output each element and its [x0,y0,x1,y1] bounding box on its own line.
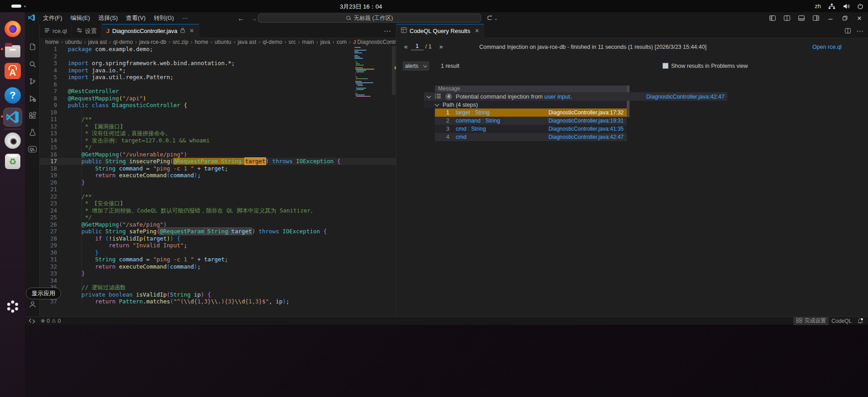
code-line[interactable]: 3import org.springframework.web.bind.ann… [40,60,396,67]
toggle-panel-icon[interactable] [796,13,806,23]
code-line[interactable]: 11 /** [40,116,396,123]
menu-item-2[interactable]: 选择(S) [94,14,122,21]
code-line[interactable]: 15 */ [40,144,396,151]
breadcrumb-item[interactable]: java ast [238,39,256,45]
user-input-link[interactable]: user input [544,93,570,100]
minimize-icon[interactable] [825,13,835,23]
dock-disc-icon[interactable] [4,132,22,150]
step-location-link[interactable]: DiagnosticController.java:42:47 [548,134,624,140]
power-icon[interactable] [857,3,863,9]
step-label[interactable]: cmd : String [456,126,486,132]
code-line[interactable]: 5import java.util.regex.Pattern; [40,74,396,81]
step-location-link[interactable]: DiagnosticController.java:41:35 [548,126,624,132]
page-number-input[interactable]: 1 [411,43,424,50]
breadcrumb-item[interactable]: main [302,39,314,45]
code-line[interactable]: 12 * 【漏洞接口】 [40,123,396,130]
tab-codeql-query-results[interactable]: CodeQL Query Results ✕ [396,24,484,38]
code-line[interactable]: 37 return Pattern.matches("^(\\d{1,3}\\.… [40,298,396,305]
code-line[interactable]: 30 } [40,249,396,256]
code-line[interactable]: 8@RequestMapping("/api") [40,95,396,102]
network-icon[interactable] [828,3,835,9]
show-apps-button[interactable] [4,298,22,316]
dock-firefox-icon[interactable] [4,20,22,38]
code-line[interactable]: 21 [40,186,396,193]
breadcrumb-item[interactable]: src.zip [172,39,188,45]
dock-help-icon[interactable]: ? [4,86,22,104]
dock-vscode-icon[interactable] [4,108,22,126]
alert-row[interactable]: 4 Potential command injection from user … [424,92,727,101]
chevron-down-icon[interactable] [435,102,439,106]
page-last-icon[interactable]: » [438,43,444,50]
breadcrumb-item[interactable]: com [337,39,347,45]
breadcrumb-item[interactable]: J DiagnosticController.java [353,39,396,45]
dock-files-icon[interactable] [4,41,22,59]
activity-source-control-icon[interactable] [25,75,40,88]
code-line[interactable]: 20 } [40,179,396,186]
code-line[interactable]: 35 // 逻辑过滤函数 [40,284,396,291]
workspace-dot-icon[interactable] [24,5,26,7]
code-line[interactable]: 27 public String safePing(@RequestParam … [40,228,396,235]
remote-indicator-icon[interactable] [26,317,38,325]
step-label[interactable]: target : String [456,109,490,116]
code-line[interactable]: 1package com.example.demo; [40,46,396,53]
step-label[interactable]: cmd [456,134,467,140]
code-line[interactable]: 18 String command = "ping -c 1 " + targe… [40,165,396,172]
tab--[interactable]: 设置 [72,24,102,38]
split-editor-icon[interactable] [782,13,792,23]
menu-item-1[interactable]: 编辑(E) [67,14,94,21]
code-line[interactable]: 22 /** [40,193,396,200]
menu-item-0[interactable]: 文件(F) [39,14,67,21]
menu-item-4[interactable]: 转到(G) [150,14,178,21]
breadcrumb-item[interactable]: java [320,39,330,45]
code-editor[interactable]: 1package com.example.demo;23import org.s… [40,46,396,305]
volume-icon[interactable] [843,3,850,9]
code-line[interactable]: 14 * 攻击示例: target=127.0.0.1 && whoami [40,137,396,144]
activity-testing-icon[interactable] [25,126,40,139]
code-line[interactable]: 29 return "Invalid Input"; [40,242,396,249]
minimap[interactable] [354,47,387,99]
open-query-link[interactable]: Open rce.ql [812,44,842,50]
results-scrollbar[interactable] [627,85,630,117]
breadcrumb-item[interactable]: ubuntu [215,39,231,45]
split-editor-right-icon[interactable] [845,27,851,35]
breadcrumb-item[interactable]: home [195,39,208,45]
code-line[interactable]: 13 * 没有任何过滤，直接拼接命令。 [40,130,396,137]
tab-DiagnosticController.java[interactable]: JDiagnosticController.java✕ [102,24,199,38]
command-center-search[interactable]: 无标题 (工作区) [258,14,481,23]
path-row[interactable]: Path (4 steps) [424,101,627,109]
menu-item-3[interactable]: 查看(V) [122,14,149,21]
path-step-3[interactable]: 3cmd : StringDiagnosticController.java:4… [435,125,627,133]
code-line[interactable]: 2 [40,53,396,60]
breadcrumb-item[interactable]: java ast [88,39,107,45]
code-line[interactable]: 26 @GetMapping("/safe/ping") [40,221,396,228]
code-line[interactable]: 32 return executeCommand(command); [40,263,396,270]
breadcrumb-item[interactable]: java-rce-db [139,39,166,45]
activity-extensions-icon[interactable] [25,109,40,123]
problems-view-checkbox[interactable] [663,63,668,69]
restore-icon[interactable] [840,13,850,23]
tab-rce.ql[interactable]: rce.ql [40,24,72,38]
account-icon[interactable] [25,298,40,311]
input-language-indicator[interactable]: zh [815,3,821,9]
clock[interactable]: 3月23日 16：04 [340,3,390,11]
code-line[interactable]: 9public class DiagnosticController { [40,102,396,109]
code-line[interactable]: 33 } [40,270,396,277]
code-line[interactable]: 25 */ [40,214,396,221]
toggle-secondary-sidebar-icon[interactable] [811,13,821,23]
code-line[interactable]: 28 if (!isValidIp(target)) { [40,235,396,242]
problems-status[interactable]: ⊗ 0 ⚠ 0 [38,317,63,325]
code-line[interactable]: 19 return executeCommand(command); [40,172,396,179]
editor-scrollbar[interactable] [392,46,396,95]
code-line[interactable]: 23 * 【安全接口】 [40,200,396,207]
breadcrumb-item[interactable]: ubuntu [65,39,82,45]
code-line[interactable]: 31 String command = "ping -c 1 " + targe… [40,256,396,263]
close-tab-icon[interactable]: ✕ [190,28,194,34]
more-actions-icon[interactable]: ··· [384,27,391,35]
code-line[interactable]: 34 [40,277,396,284]
page-first-icon[interactable]: « [403,43,409,50]
code-line[interactable]: 16 @GetMapping("/vulnerable/ping") [40,151,396,158]
path-step-4[interactable]: 4cmdDiagnosticController.java:42:47 [435,133,627,141]
codeql-status-item[interactable]: CodeQL [829,317,854,325]
code-line[interactable]: 7@RestController [40,88,396,95]
code-line[interactable]: 10 [40,109,396,116]
